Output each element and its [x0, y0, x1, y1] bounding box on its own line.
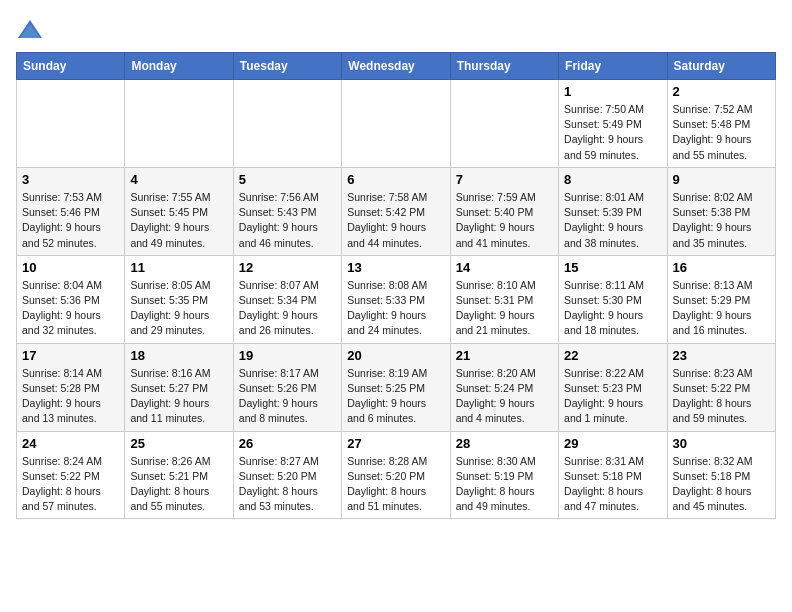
calendar-day-cell: 20Sunrise: 8:19 AM Sunset: 5:25 PM Dayli… [342, 343, 450, 431]
calendar-day-cell: 16Sunrise: 8:13 AM Sunset: 5:29 PM Dayli… [667, 255, 775, 343]
calendar-day-cell: 21Sunrise: 8:20 AM Sunset: 5:24 PM Dayli… [450, 343, 558, 431]
calendar-day-cell: 12Sunrise: 8:07 AM Sunset: 5:34 PM Dayli… [233, 255, 341, 343]
calendar-day-cell: 23Sunrise: 8:23 AM Sunset: 5:22 PM Dayli… [667, 343, 775, 431]
calendar-day-cell: 25Sunrise: 8:26 AM Sunset: 5:21 PM Dayli… [125, 431, 233, 519]
day-info: Sunrise: 8:20 AM Sunset: 5:24 PM Dayligh… [456, 366, 553, 427]
calendar-day-cell [233, 80, 341, 168]
calendar-day-cell: 27Sunrise: 8:28 AM Sunset: 5:20 PM Dayli… [342, 431, 450, 519]
day-number: 13 [347, 260, 444, 275]
logo [16, 16, 48, 44]
calendar-day-cell: 2Sunrise: 7:52 AM Sunset: 5:48 PM Daylig… [667, 80, 775, 168]
calendar-day-cell: 28Sunrise: 8:30 AM Sunset: 5:19 PM Dayli… [450, 431, 558, 519]
calendar-day-cell: 10Sunrise: 8:04 AM Sunset: 5:36 PM Dayli… [17, 255, 125, 343]
calendar-day-cell: 4Sunrise: 7:55 AM Sunset: 5:45 PM Daylig… [125, 167, 233, 255]
calendar-day-cell [450, 80, 558, 168]
calendar-day-cell: 14Sunrise: 8:10 AM Sunset: 5:31 PM Dayli… [450, 255, 558, 343]
calendar-day-cell: 22Sunrise: 8:22 AM Sunset: 5:23 PM Dayli… [559, 343, 667, 431]
calendar-table: SundayMondayTuesdayWednesdayThursdayFrid… [16, 52, 776, 519]
day-number: 17 [22, 348, 119, 363]
day-info: Sunrise: 8:31 AM Sunset: 5:18 PM Dayligh… [564, 454, 661, 515]
calendar-week-row: 24Sunrise: 8:24 AM Sunset: 5:22 PM Dayli… [17, 431, 776, 519]
day-info: Sunrise: 8:02 AM Sunset: 5:38 PM Dayligh… [673, 190, 770, 251]
day-info: Sunrise: 7:58 AM Sunset: 5:42 PM Dayligh… [347, 190, 444, 251]
calendar-week-row: 17Sunrise: 8:14 AM Sunset: 5:28 PM Dayli… [17, 343, 776, 431]
day-number: 22 [564, 348, 661, 363]
day-info: Sunrise: 7:53 AM Sunset: 5:46 PM Dayligh… [22, 190, 119, 251]
calendar-day-cell: 9Sunrise: 8:02 AM Sunset: 5:38 PM Daylig… [667, 167, 775, 255]
day-number: 23 [673, 348, 770, 363]
day-number: 2 [673, 84, 770, 99]
day-info: Sunrise: 8:22 AM Sunset: 5:23 PM Dayligh… [564, 366, 661, 427]
calendar-week-row: 3Sunrise: 7:53 AM Sunset: 5:46 PM Daylig… [17, 167, 776, 255]
calendar-day-cell: 15Sunrise: 8:11 AM Sunset: 5:30 PM Dayli… [559, 255, 667, 343]
calendar-day-header: Sunday [17, 53, 125, 80]
day-info: Sunrise: 8:27 AM Sunset: 5:20 PM Dayligh… [239, 454, 336, 515]
day-number: 14 [456, 260, 553, 275]
calendar-day-cell: 18Sunrise: 8:16 AM Sunset: 5:27 PM Dayli… [125, 343, 233, 431]
day-number: 6 [347, 172, 444, 187]
calendar-day-cell: 5Sunrise: 7:56 AM Sunset: 5:43 PM Daylig… [233, 167, 341, 255]
day-number: 7 [456, 172, 553, 187]
day-info: Sunrise: 8:04 AM Sunset: 5:36 PM Dayligh… [22, 278, 119, 339]
day-info: Sunrise: 7:59 AM Sunset: 5:40 PM Dayligh… [456, 190, 553, 251]
day-number: 15 [564, 260, 661, 275]
calendar-day-header: Friday [559, 53, 667, 80]
calendar-day-cell: 24Sunrise: 8:24 AM Sunset: 5:22 PM Dayli… [17, 431, 125, 519]
day-info: Sunrise: 8:13 AM Sunset: 5:29 PM Dayligh… [673, 278, 770, 339]
calendar-day-cell: 11Sunrise: 8:05 AM Sunset: 5:35 PM Dayli… [125, 255, 233, 343]
calendar-day-cell [17, 80, 125, 168]
day-number: 3 [22, 172, 119, 187]
day-info: Sunrise: 8:24 AM Sunset: 5:22 PM Dayligh… [22, 454, 119, 515]
day-info: Sunrise: 8:05 AM Sunset: 5:35 PM Dayligh… [130, 278, 227, 339]
day-number: 11 [130, 260, 227, 275]
day-number: 25 [130, 436, 227, 451]
calendar-day-header: Monday [125, 53, 233, 80]
day-number: 24 [22, 436, 119, 451]
calendar-day-cell [342, 80, 450, 168]
calendar-day-cell: 6Sunrise: 7:58 AM Sunset: 5:42 PM Daylig… [342, 167, 450, 255]
day-number: 19 [239, 348, 336, 363]
calendar-day-cell: 8Sunrise: 8:01 AM Sunset: 5:39 PM Daylig… [559, 167, 667, 255]
day-info: Sunrise: 8:17 AM Sunset: 5:26 PM Dayligh… [239, 366, 336, 427]
day-info: Sunrise: 8:01 AM Sunset: 5:39 PM Dayligh… [564, 190, 661, 251]
day-number: 21 [456, 348, 553, 363]
day-number: 16 [673, 260, 770, 275]
calendar-day-cell: 19Sunrise: 8:17 AM Sunset: 5:26 PM Dayli… [233, 343, 341, 431]
day-number: 5 [239, 172, 336, 187]
day-number: 18 [130, 348, 227, 363]
day-number: 27 [347, 436, 444, 451]
calendar-day-cell: 30Sunrise: 8:32 AM Sunset: 5:18 PM Dayli… [667, 431, 775, 519]
day-info: Sunrise: 8:28 AM Sunset: 5:20 PM Dayligh… [347, 454, 444, 515]
calendar-day-header: Wednesday [342, 53, 450, 80]
day-info: Sunrise: 8:14 AM Sunset: 5:28 PM Dayligh… [22, 366, 119, 427]
calendar-day-header: Saturday [667, 53, 775, 80]
day-info: Sunrise: 7:56 AM Sunset: 5:43 PM Dayligh… [239, 190, 336, 251]
day-info: Sunrise: 8:32 AM Sunset: 5:18 PM Dayligh… [673, 454, 770, 515]
day-info: Sunrise: 8:08 AM Sunset: 5:33 PM Dayligh… [347, 278, 444, 339]
day-info: Sunrise: 7:55 AM Sunset: 5:45 PM Dayligh… [130, 190, 227, 251]
day-number: 10 [22, 260, 119, 275]
calendar-day-header: Thursday [450, 53, 558, 80]
calendar-day-cell: 1Sunrise: 7:50 AM Sunset: 5:49 PM Daylig… [559, 80, 667, 168]
day-number: 8 [564, 172, 661, 187]
day-number: 29 [564, 436, 661, 451]
day-number: 1 [564, 84, 661, 99]
page-header [16, 16, 776, 44]
day-info: Sunrise: 8:23 AM Sunset: 5:22 PM Dayligh… [673, 366, 770, 427]
day-info: Sunrise: 8:30 AM Sunset: 5:19 PM Dayligh… [456, 454, 553, 515]
day-number: 12 [239, 260, 336, 275]
calendar-header-row: SundayMondayTuesdayWednesdayThursdayFrid… [17, 53, 776, 80]
calendar-day-cell: 17Sunrise: 8:14 AM Sunset: 5:28 PM Dayli… [17, 343, 125, 431]
day-info: Sunrise: 8:07 AM Sunset: 5:34 PM Dayligh… [239, 278, 336, 339]
calendar-week-row: 1Sunrise: 7:50 AM Sunset: 5:49 PM Daylig… [17, 80, 776, 168]
calendar-day-header: Tuesday [233, 53, 341, 80]
day-number: 30 [673, 436, 770, 451]
calendar-day-cell: 29Sunrise: 8:31 AM Sunset: 5:18 PM Dayli… [559, 431, 667, 519]
calendar-day-cell: 13Sunrise: 8:08 AM Sunset: 5:33 PM Dayli… [342, 255, 450, 343]
calendar-day-cell: 3Sunrise: 7:53 AM Sunset: 5:46 PM Daylig… [17, 167, 125, 255]
day-number: 20 [347, 348, 444, 363]
calendar-week-row: 10Sunrise: 8:04 AM Sunset: 5:36 PM Dayli… [17, 255, 776, 343]
day-number: 4 [130, 172, 227, 187]
day-info: Sunrise: 8:11 AM Sunset: 5:30 PM Dayligh… [564, 278, 661, 339]
day-number: 28 [456, 436, 553, 451]
